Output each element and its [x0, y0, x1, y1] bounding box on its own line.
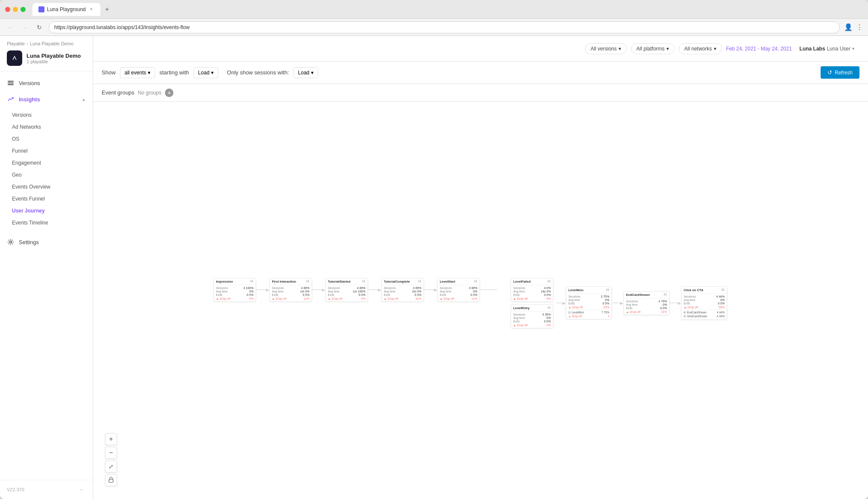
app-info: Luna Playable Demo 1 playable	[7, 50, 86, 66]
browser-window: Luna Playground × + ← → ↻ https://playgr…	[0, 0, 868, 499]
insights-icon	[7, 95, 15, 103]
svg-rect-2	[8, 81, 14, 82]
sidebar-subitem-user-journey[interactable]: User Journey	[0, 205, 93, 217]
ad-networks-label: Ad Networks	[12, 124, 41, 130]
sidebar-item-settings[interactable]: Settings	[0, 234, 93, 250]
networks-filter[interactable]: All networks ▾	[679, 43, 722, 54]
level-start-group: LevelStart #1 Sessions3 89% Avg time0%	[437, 278, 497, 301]
svg-rect-3	[8, 83, 14, 83]
zoom-out-button[interactable]: −	[105, 447, 117, 459]
impression-sessions-row: Sessions4 100%	[216, 286, 253, 289]
close-window-button[interactable]	[5, 7, 10, 12]
sidebar-subitem-engagement[interactable]: Engagement	[0, 157, 93, 169]
sidebar-subitem-events-timeline[interactable]: Events Timeline	[0, 217, 93, 229]
connector-4: ▶	[424, 287, 437, 292]
impression-exits-row: Exits0 0%	[216, 293, 253, 296]
sidebar-subitem-events-funnel[interactable]: Events Funnel	[0, 193, 93, 205]
back-nav-button[interactable]: ←	[5, 22, 15, 32]
first-interaction-header: First Interaction #1	[270, 278, 311, 285]
connector-arrow-1: ▶	[266, 287, 269, 292]
platforms-filter[interactable]: All platforms ▾	[631, 43, 674, 54]
impression-drop-row: ▲ Drop off0%	[216, 297, 253, 300]
url-bar[interactable]: https://playground.lunalabs.io/apps/143/…	[49, 21, 840, 33]
user-icon[interactable]: 👤	[844, 23, 853, 31]
refresh-button[interactable]: ↺ Refresh	[821, 66, 859, 79]
tab-close-button[interactable]: ×	[88, 6, 94, 12]
events-timeline-label: Events Timeline	[12, 220, 48, 226]
connector-2: ▶	[312, 287, 325, 292]
branch-connector	[480, 289, 497, 290]
tab-title: Luna Playground	[47, 6, 86, 12]
sidebar-subitem-ad-networks[interactable]: Ad Networks	[0, 121, 93, 133]
breadcrumb-parent[interactable]: Playable	[7, 41, 25, 46]
click-cta-node: Click on CTA #1 Sessions4 44% Avg	[681, 286, 727, 319]
sidebar-item-insights[interactable]: Insights ▲	[0, 91, 93, 107]
sidebar-subitem-geo[interactable]: Geo	[0, 169, 93, 181]
svg-rect-6	[109, 479, 113, 482]
load-select-1[interactable]: Load ▾	[194, 67, 219, 78]
level-start-node: LevelStart #1 Sessions3 89% Avg time0%	[437, 278, 480, 301]
luna-labs-label: Luna Labs	[800, 46, 825, 52]
breadcrumb-current: Luna Playable Demo	[30, 41, 73, 46]
tab-bar: Luna Playground × +	[32, 3, 863, 16]
networks-filter-chevron: ▾	[714, 46, 716, 52]
sidebar-subitem-versions[interactable]: Versions	[0, 109, 93, 121]
breadcrumb-separator: ›	[26, 41, 28, 46]
versions-filter[interactable]: All versions ▾	[585, 43, 626, 54]
app-name: Luna Playable Demo	[26, 53, 81, 59]
zoom-out-icon: −	[109, 449, 113, 457]
tab-favicon	[38, 6, 44, 12]
level-retry-node: LevelRetry #1 Sessions4 35% Avg ti	[510, 304, 553, 328]
sidebar-item-versions[interactable]: Versions	[0, 75, 93, 91]
user-name-label: Luna User	[827, 46, 850, 52]
event-groups-label: Event groups	[102, 89, 135, 96]
sidebar-subitem-events-overview[interactable]: Events Overview	[0, 181, 93, 193]
sidebar-footer: V22.370 ←	[0, 480, 93, 499]
level-failed-node: LevelFailed #1 Sessions4 0% Avg ti	[510, 278, 553, 301]
active-tab[interactable]: Luna Playground ×	[32, 3, 100, 16]
back-icon: ←	[79, 487, 84, 493]
user-account-area[interactable]: Luna Labs Luna User ▾	[796, 46, 858, 52]
flow-diagram: Impression #1 Sessions4 100% Avg time0%	[213, 278, 727, 328]
fit-button[interactable]: ⤢	[105, 461, 117, 472]
forward-nav-button[interactable]: →	[20, 22, 30, 32]
sidebar-header: Playable › Luna Playable Demo Luna Playa…	[0, 36, 93, 71]
zoom-in-button[interactable]: +	[105, 433, 117, 445]
load-2-label: Load	[298, 70, 310, 76]
impression-node-header: Impression #1	[214, 278, 255, 285]
all-events-select[interactable]: all events ▾	[120, 67, 155, 78]
maximize-window-button[interactable]	[21, 7, 26, 12]
tutorial-started-group: TutorialStarted #1 Sessions4 89% Avg tim…	[325, 278, 381, 301]
reload-nav-button[interactable]: ↻	[34, 22, 44, 32]
date-range[interactable]: Feb 24, 2021 - May 24, 2021	[726, 46, 792, 52]
address-bar-actions: 👤 ⋮	[844, 23, 863, 31]
app-layout: Playable › Luna Playable Demo Luna Playa…	[0, 36, 868, 499]
os-label: OS	[12, 136, 19, 142]
app-name-area: Luna Playable Demo 1 playable	[26, 53, 81, 64]
main-flow-row: Impression #1 Sessions4 100% Avg time0%	[213, 278, 727, 328]
platforms-filter-chevron: ▾	[666, 46, 669, 52]
browser-titlebar: Luna Playground × +	[0, 0, 868, 19]
sidebar-subitem-os[interactable]: OS	[0, 133, 93, 145]
all-events-chevron: ▾	[148, 70, 150, 76]
load-select-2[interactable]: Load ▾	[293, 67, 319, 78]
lock-button[interactable]	[105, 474, 117, 486]
impression-avgtime-row: Avg time0%	[216, 289, 253, 292]
networks-filter-label: All networks	[684, 46, 712, 52]
endcard-shown-node: EndCardShown #1 Sessions4 79% Avg	[623, 291, 669, 315]
menu-icon[interactable]: ⋮	[856, 23, 863, 31]
impression-body: Sessions4 100% Avg time0% Exits0 0%	[214, 285, 255, 301]
minimize-window-button[interactable]	[13, 7, 18, 12]
tutorial-complete-group: TutorialComplete #1 Sessions3 69% Avg ti…	[381, 278, 437, 301]
load-1-label: Load	[198, 70, 210, 76]
impression-num: #1	[250, 279, 254, 283]
branch-area: LevelFailed #1 Sessions4 0% Avg ti	[497, 278, 727, 328]
flow-canvas: Impression #1 Sessions4 100% Avg time0%	[93, 102, 868, 499]
sidebar-subitem-funnel[interactable]: Funnel	[0, 145, 93, 157]
top-filter-bar: All versions ▾ All platforms ▾ All netwo…	[93, 36, 868, 62]
add-group-button[interactable]: +	[165, 89, 173, 97]
svg-point-5	[10, 241, 12, 243]
new-tab-button[interactable]: +	[102, 4, 112, 15]
sidebar-back-button[interactable]: ←	[77, 485, 86, 494]
url-text: https://playground.lunalabs.io/apps/143/…	[54, 24, 190, 30]
